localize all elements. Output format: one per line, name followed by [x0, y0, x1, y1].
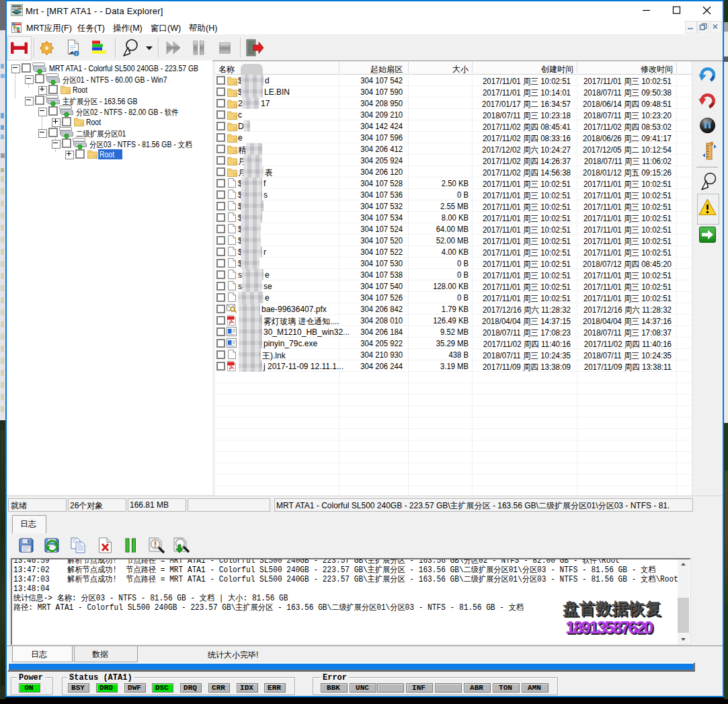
svg-text:MRT: MRT: [12, 5, 22, 10]
svg-text:i: i: [76, 51, 77, 56]
